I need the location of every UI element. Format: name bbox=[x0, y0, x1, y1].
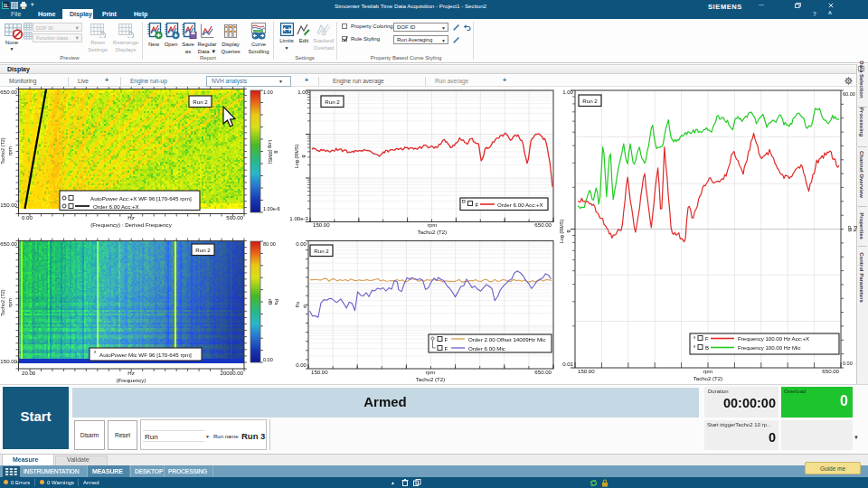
svg-text:0.01: 0.01 bbox=[562, 361, 573, 367]
svg-text:F: F bbox=[445, 345, 448, 352]
svg-text:Tacho2 (T2): Tacho2 (T2) bbox=[693, 375, 723, 381]
svg-text:rpm: rpm bbox=[428, 221, 438, 228]
svg-text:dB: dB bbox=[847, 226, 853, 232]
svg-text:Order 2.00 Offset 14009Hz Mic: Order 2.00 Offset 14009Hz Mic bbox=[468, 336, 546, 343]
svg-text:Pa: Pa bbox=[853, 226, 858, 233]
svg-text:150.00: 150.00 bbox=[313, 221, 330, 228]
svg-text:650.00: 650.00 bbox=[822, 368, 839, 374]
svg-text:Order 6.00 Mic: Order 6.00 Mic bbox=[468, 345, 505, 352]
svg-text:500.00: 500.00 bbox=[226, 214, 243, 221]
svg-text:rpm: rpm bbox=[7, 298, 13, 307]
svg-text:dB: dB bbox=[268, 299, 273, 305]
svg-text:Order 6.00 Acc:+X: Order 6.00 Acc:+X bbox=[93, 203, 139, 210]
svg-text:Log (RMS): Log (RMS) bbox=[559, 220, 564, 244]
svg-text:0.00: 0.00 bbox=[22, 214, 33, 221]
svg-text:1.00e-3: 1.00e-3 bbox=[289, 215, 308, 221]
svg-text:rpm: rpm bbox=[703, 368, 713, 374]
svg-text:150.00: 150.00 bbox=[578, 368, 595, 374]
svg-text:650.00: 650.00 bbox=[534, 369, 552, 375]
svg-text:rpm: rpm bbox=[426, 369, 436, 375]
svg-text:0.00: 0.00 bbox=[843, 361, 853, 366]
svg-text:Hz: Hz bbox=[127, 370, 134, 376]
svg-text:F: F bbox=[445, 336, 448, 343]
svg-text:rpm: rpm bbox=[7, 146, 13, 155]
svg-text:F: F bbox=[476, 202, 479, 208]
svg-text:Run 2: Run 2 bbox=[325, 99, 340, 105]
svg-text:g: g bbox=[304, 302, 307, 308]
svg-text:150.00: 150.00 bbox=[311, 369, 328, 375]
svg-text:Pa: Pa bbox=[274, 299, 279, 306]
svg-text:150.00: 150.00 bbox=[0, 202, 17, 208]
svg-text:0.00: 0.00 bbox=[296, 361, 307, 368]
svg-text:0.00: 0.00 bbox=[263, 357, 273, 362]
svg-text:Run 2: Run 2 bbox=[314, 248, 329, 254]
svg-text:AutoPower Mic WF 96 [170-645 r: AutoPower Mic WF 96 [170-645 rpm] bbox=[99, 352, 192, 358]
svg-text:1.00: 1.00 bbox=[297, 89, 308, 95]
svg-text:g: g bbox=[274, 150, 279, 153]
svg-text:Frequency 100.00 Hz Acc:+X: Frequency 100.00 Hz Acc:+X bbox=[738, 335, 809, 342]
svg-text:Tacho2 (T2): Tacho2 (T2) bbox=[0, 137, 5, 164]
svg-text:650.00: 650.00 bbox=[0, 89, 17, 95]
svg-text:Log (RMS): Log (RMS) bbox=[268, 140, 273, 164]
svg-text:1.00: 1.00 bbox=[263, 89, 273, 95]
svg-text:150.00: 150.00 bbox=[0, 358, 17, 364]
svg-text:Tacho2 (T2): Tacho2 (T2) bbox=[416, 376, 446, 382]
svg-text:AutoPower Acc:+X WF 96 [170-64: AutoPower Acc:+X WF 96 [170-645 rpm] bbox=[90, 195, 192, 202]
svg-text:Log (RMS): Log (RMS) bbox=[294, 145, 299, 169]
svg-text:(Frequency) : Derived Frequenc: (Frequency) : Derived Frequency bbox=[90, 221, 172, 228]
svg-text:1.00e-6: 1.00e-6 bbox=[263, 206, 280, 211]
svg-text:Hz: Hz bbox=[127, 214, 134, 221]
svg-text:Run 2: Run 2 bbox=[195, 247, 211, 253]
svg-text:Pa: Pa bbox=[295, 301, 300, 308]
svg-text:(Frequency): (Frequency) bbox=[117, 377, 146, 383]
svg-text:0.00: 0.00 bbox=[296, 240, 307, 247]
svg-text:B: B bbox=[705, 345, 709, 351]
svg-text:g: g bbox=[565, 230, 571, 232]
svg-text:Run 2: Run 2 bbox=[193, 99, 208, 105]
svg-text:650.00: 650.00 bbox=[0, 240, 17, 247]
svg-text:20.00: 20.00 bbox=[22, 370, 36, 376]
svg-text:F: F bbox=[705, 336, 709, 342]
svg-text:60.00: 60.00 bbox=[843, 91, 855, 97]
svg-text:g: g bbox=[300, 155, 306, 157]
svg-text:1.00: 1.00 bbox=[562, 89, 573, 95]
svg-text:Frequency 100.00 Hz Mic: Frequency 100.00 Hz Mic bbox=[738, 344, 800, 351]
svg-text:650.00: 650.00 bbox=[534, 221, 552, 228]
svg-text:Tacho2 (T2): Tacho2 (T2) bbox=[418, 229, 448, 235]
svg-text:80.00: 80.00 bbox=[263, 241, 276, 247]
svg-text:Order 6.00 Acc:+X: Order 6.00 Acc:+X bbox=[497, 202, 543, 208]
svg-text:Run 2: Run 2 bbox=[582, 98, 598, 104]
svg-text:20000.00: 20000.00 bbox=[221, 370, 244, 376]
svg-text:Tacho2 (T2): Tacho2 (T2) bbox=[0, 289, 5, 316]
